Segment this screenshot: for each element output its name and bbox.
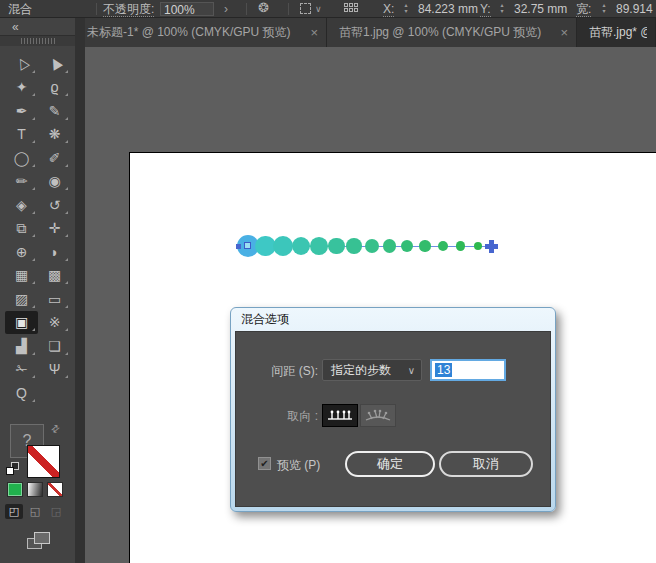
- blend-step-dot: [401, 240, 413, 252]
- default-fill-stroke-icon[interactable]: [6, 462, 20, 476]
- document-tab-1[interactable]: 未标题-1* @ 100% (CMYK/GPU 预览)×: [75, 18, 327, 47]
- spacing-dropdown[interactable]: 指定的步数 ∨: [322, 359, 422, 381]
- close-tab-icon[interactable]: ×: [560, 25, 568, 40]
- free-transform-tool[interactable]: ✛: [38, 217, 71, 241]
- shape-builder-tool[interactable]: ⊕: [5, 240, 38, 264]
- width-stepper[interactable]: ▴▾: [600, 2, 608, 14]
- steps-input[interactable]: 13: [430, 359, 506, 381]
- divider: [288, 3, 289, 15]
- opacity-value-field[interactable]: 100%: [160, 2, 214, 16]
- opacity-menu-icon[interactable]: ›: [224, 2, 228, 16]
- opacity-label[interactable]: 不透明度:: [103, 2, 154, 17]
- spacing-dropdown-value: 指定的步数: [323, 362, 408, 379]
- direct-selection-tool-icon: ▶: [46, 56, 64, 72]
- draw-inside-mode[interactable]: ◲: [47, 504, 65, 519]
- gradient-tool[interactable]: ▨: [5, 287, 38, 311]
- width-value[interactable]: 89.914: [616, 2, 653, 16]
- direct-selection-tool[interactable]: ▶: [38, 52, 71, 76]
- perspective-grid-tool[interactable]: ▦: [5, 264, 38, 288]
- document-tab-3[interactable]: 苗帮.jpg* @: [577, 18, 656, 47]
- align-icon[interactable]: [344, 3, 358, 12]
- blend-end-anchor[interactable]: [485, 240, 498, 253]
- artboard-tool[interactable]: ❏: [38, 334, 71, 358]
- recolor-artwork-icon[interactable]: ❂: [258, 1, 269, 15]
- stepper-down-icon[interactable]: ▾: [600, 8, 608, 14]
- pen-tool[interactable]: ✒: [5, 99, 38, 123]
- none-button[interactable]: [47, 482, 63, 497]
- align-to-page-icon: [327, 409, 353, 423]
- y-value[interactable]: 32.75 mm: [514, 2, 567, 16]
- gradient-tool-icon: ▨: [15, 292, 28, 306]
- stepper-down-icon[interactable]: ▾: [402, 8, 410, 14]
- width-label[interactable]: 宽:: [576, 2, 591, 17]
- ellipse-tool[interactable]: ◯: [5, 146, 38, 170]
- perspective-grid-tool-icon: ▦: [15, 268, 28, 282]
- slice-tool[interactable]: ✁: [5, 358, 38, 382]
- align-to-page-button[interactable]: [322, 404, 358, 427]
- live-paint-tool-icon: ◗: [50, 245, 58, 259]
- scale-tool-icon: ⧉: [17, 221, 27, 235]
- isolate-selection-icon[interactable]: [300, 3, 311, 14]
- selection-tool[interactable]: ▷: [5, 52, 38, 76]
- blend-tool[interactable]: ▣: [5, 311, 38, 335]
- dock-edge: [75, 18, 85, 563]
- context-label: 混合: [8, 2, 32, 16]
- live-paint-tool[interactable]: ◗: [38, 240, 71, 264]
- preview-checkbox[interactable]: ✔: [258, 457, 271, 470]
- swap-fill-stroke-icon[interactable]: ⇄: [48, 422, 61, 436]
- magic-wand-tool-icon: ✦: [16, 80, 28, 94]
- panel-grip[interactable]: [0, 35, 75, 46]
- align-to-path-icon: [365, 409, 391, 423]
- draw-behind-mode[interactable]: ◱: [26, 504, 44, 519]
- eraser-tool[interactable]: ◈: [5, 193, 38, 217]
- dialog-title[interactable]: 混合选项: [231, 308, 555, 331]
- pencil-tool[interactable]: ✏: [5, 170, 38, 194]
- blend-step-dot: [310, 237, 328, 255]
- x-stepper[interactable]: ▴▾: [402, 2, 410, 14]
- blend-step-dot: [365, 239, 379, 253]
- close-tab-icon[interactable]: ×: [310, 25, 318, 40]
- symbol-sprayer-tool[interactable]: ※: [38, 311, 71, 335]
- blend-tool-icon: ▣: [15, 315, 28, 329]
- cancel-button[interactable]: 取消: [439, 451, 533, 477]
- hand-tool[interactable]: Ψ: [38, 358, 71, 382]
- tab-title: 未标题-1* @ 100% (CMYK/GPU 预览): [87, 24, 300, 41]
- selection-tool-icon: ▷: [13, 56, 31, 72]
- blend-handle-nub[interactable]: [236, 244, 241, 249]
- blend-step-dot: [456, 241, 465, 250]
- curvature-tool-icon: ✎: [49, 104, 61, 118]
- rotate-tool[interactable]: ↺: [38, 193, 71, 217]
- paintbrush-tool[interactable]: ✐: [38, 146, 71, 170]
- zoom-tool[interactable]: Q: [5, 381, 38, 405]
- control-bar: 混合 不透明度: 100% › ❂ ∨ X: ▴▾ 84.223 mm Y: ▴…: [0, 0, 656, 18]
- column-graph-tool[interactable]: ▟: [5, 334, 38, 358]
- ok-button[interactable]: 确定: [345, 451, 435, 477]
- shaper-tool[interactable]: ❋: [38, 123, 71, 147]
- curvature-tool[interactable]: ✎: [38, 99, 71, 123]
- slice-tool-icon: ✁: [16, 362, 28, 376]
- align-to-path-button[interactable]: [360, 404, 396, 427]
- x-label[interactable]: X:: [383, 2, 394, 17]
- color-button[interactable]: [7, 482, 23, 497]
- gradient-button[interactable]: [27, 482, 43, 497]
- screen-mode-icon[interactable]: [27, 532, 51, 552]
- y-label[interactable]: Y:: [480, 2, 491, 17]
- measure-tool[interactable]: ▭: [38, 287, 71, 311]
- document-tab-2[interactable]: 苗帮1.jpg @ 100% (CMYK/GPU 预览)×: [327, 18, 577, 47]
- lasso-tool[interactable]: ϱ: [38, 76, 71, 100]
- type-tool[interactable]: T: [5, 123, 38, 147]
- y-stepper[interactable]: ▴▾: [498, 2, 506, 14]
- stroke-swatch-none[interactable]: [27, 445, 60, 478]
- mesh-tool[interactable]: ▩: [38, 264, 71, 288]
- blend-start-anchor[interactable]: [244, 242, 251, 249]
- chevron-down-icon[interactable]: ∨: [315, 2, 322, 16]
- stepper-down-icon[interactable]: ▾: [498, 8, 506, 14]
- magic-wand-tool[interactable]: ✦: [5, 76, 38, 100]
- pen-tool-icon: ✒: [16, 104, 28, 118]
- collapse-panel-icon[interactable]: «: [12, 20, 19, 34]
- draw-normal-mode[interactable]: ◰: [5, 504, 23, 519]
- rotate-tool-icon: ↺: [49, 198, 61, 212]
- scale-tool[interactable]: ⧉: [5, 217, 38, 241]
- x-value[interactable]: 84.223 mm: [418, 2, 478, 16]
- blob-brush-tool[interactable]: ◉: [38, 170, 71, 194]
